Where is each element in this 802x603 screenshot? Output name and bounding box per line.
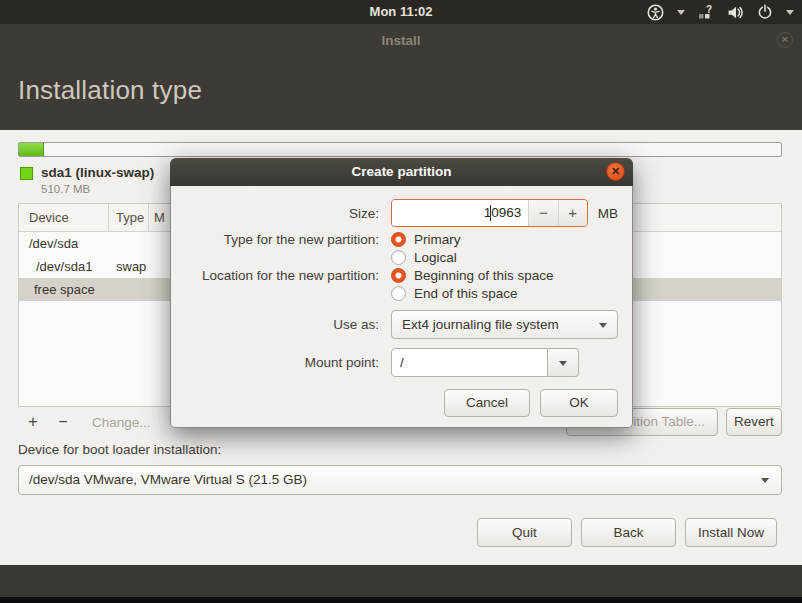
- ok-button[interactable]: OK: [540, 389, 618, 417]
- partition-segment-swap[interactable]: [19, 143, 44, 156]
- bootloader-device-value: /dev/sda VMware, VMware Virtual S (21.5 …: [29, 472, 307, 487]
- use-as-label: Use as:: [185, 317, 391, 332]
- screen-bottom-edge: [0, 597, 802, 603]
- radio-primary[interactable]: [391, 232, 406, 247]
- use-as-value: Ext4 journaling file system: [402, 317, 559, 332]
- size-decrement-button[interactable]: −: [528, 200, 557, 226]
- radio-primary-label[interactable]: Primary: [414, 232, 461, 247]
- system-top-bar: Mon 11:02 ?: [0, 0, 802, 24]
- revert-button[interactable]: Revert: [726, 408, 782, 436]
- radio-beginning-label[interactable]: Beginning of this space: [414, 268, 554, 283]
- bootloader-device-select[interactable]: /dev/sda VMware, VMware Virtual S (21.5 …: [18, 465, 782, 495]
- network-status-icon[interactable]: ?: [698, 4, 714, 20]
- radio-end-label[interactable]: End of this space: [414, 286, 518, 301]
- swap-color-swatch: [20, 167, 33, 180]
- dialog-title: Create partition: [352, 164, 452, 179]
- legend-partition-size: 510.7 MB: [41, 183, 90, 195]
- dialog-close-icon[interactable]: ✕: [606, 162, 625, 181]
- change-partition-button[interactable]: Change...: [92, 415, 151, 430]
- installer-screen: Mon 11:02 ? Install ✕ Installation type: [0, 0, 802, 603]
- legend-partition-name: sda1 (linux-swap): [41, 165, 154, 180]
- text-cursor: [490, 205, 491, 221]
- location-label: Location for the new partition:: [185, 268, 391, 283]
- page-title: Installation type: [18, 75, 202, 106]
- cell-device: /dev/sda: [19, 236, 109, 251]
- create-partition-dialog: Create partition ✕ Size: 10963 − + MB Ty…: [170, 158, 633, 428]
- radio-logical[interactable]: [391, 250, 406, 265]
- column-header-device[interactable]: Device: [19, 204, 109, 231]
- dialog-titlebar[interactable]: Create partition ✕: [170, 158, 633, 186]
- cell-device: free space: [19, 282, 109, 297]
- size-input[interactable]: 10963: [392, 200, 528, 226]
- chevron-down-icon: [599, 323, 607, 328]
- mount-point-label: Mount point:: [185, 355, 391, 370]
- remove-partition-button[interactable]: −: [48, 413, 78, 431]
- cell-type: swap: [109, 259, 169, 274]
- cell-device: /dev/sda1: [19, 259, 109, 274]
- window-close-icon[interactable]: ✕: [777, 32, 793, 48]
- chevron-down-icon: [761, 478, 769, 483]
- size-unit-label: MB: [598, 206, 618, 221]
- column-header-type[interactable]: Type: [109, 204, 149, 231]
- radio-end[interactable]: [391, 286, 406, 301]
- accessibility-icon[interactable]: [647, 4, 664, 21]
- partition-size-bar[interactable]: [18, 142, 782, 157]
- mount-point-dropdown-button[interactable]: [548, 348, 579, 377]
- window-titlebar: Install ✕: [0, 24, 802, 57]
- chevron-down-icon: [559, 361, 567, 366]
- cancel-button[interactable]: Cancel: [444, 389, 530, 417]
- mount-point-combo[interactable]: /: [391, 348, 579, 377]
- volume-icon[interactable]: [727, 4, 744, 21]
- use-as-select[interactable]: Ext4 journaling file system: [391, 310, 618, 339]
- add-partition-button[interactable]: +: [18, 413, 48, 431]
- page-header: Installation type: [0, 57, 802, 130]
- size-label: Size:: [185, 206, 391, 221]
- accessibility-menu-caret-icon[interactable]: [677, 10, 685, 15]
- power-icon[interactable]: [757, 4, 773, 20]
- system-menu-caret-icon[interactable]: [786, 10, 794, 15]
- size-increment-button[interactable]: +: [558, 200, 587, 226]
- radio-logical-label[interactable]: Logical: [414, 250, 457, 265]
- back-button[interactable]: Back: [581, 518, 676, 547]
- desktop-background: [0, 565, 802, 597]
- quit-button[interactable]: Quit: [477, 518, 572, 547]
- bootloader-label: Device for boot loader installation:: [18, 442, 221, 457]
- type-label: Type for the new partition:: [185, 232, 391, 247]
- window-title: Install: [0, 24, 802, 57]
- wizard-buttons: Quit Back Install Now: [477, 518, 777, 547]
- svg-text:?: ?: [706, 4, 712, 15]
- radio-beginning[interactable]: [391, 268, 406, 283]
- clock[interactable]: Mon 11:02: [370, 0, 433, 24]
- size-spinner[interactable]: 10963 − +: [391, 199, 588, 227]
- dialog-body: Size: 10963 − + MB Type for the new part…: [170, 186, 633, 428]
- install-now-button[interactable]: Install Now: [685, 518, 777, 547]
- mount-point-input[interactable]: /: [391, 348, 548, 377]
